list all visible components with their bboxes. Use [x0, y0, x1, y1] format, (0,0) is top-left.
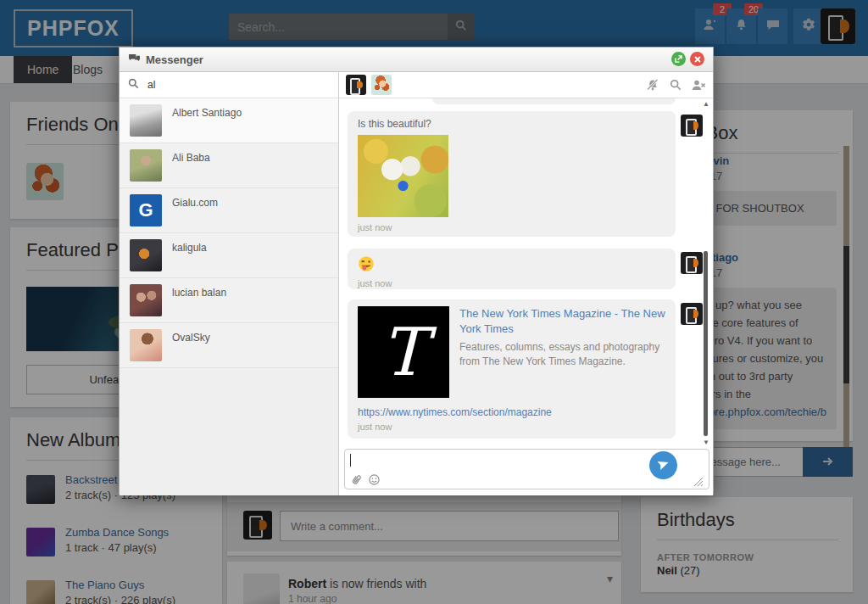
message-bubble: T The New York Times Magazine - The New … — [348, 299, 676, 439]
contact-row[interactable]: lucian balan — [120, 278, 338, 323]
contact-name: OvalSky — [172, 332, 210, 344]
messenger-body: Albert Santiago Ali Baba G Gialu.com kal… — [120, 72, 713, 495]
contact-name: Gialu.com — [172, 197, 218, 209]
scroll-down-arrow[interactable]: ▼ — [701, 439, 711, 446]
contact-avatar — [130, 239, 162, 271]
send-message-button[interactable] — [649, 451, 677, 479]
chat-participant-avatar[interactable] — [371, 75, 392, 95]
message-text: Is this beautiful? — [358, 118, 665, 130]
link-description: Features, columns, essays and photograph… — [459, 340, 665, 369]
composer-icons — [351, 473, 380, 485]
message-time: just now — [358, 222, 665, 232]
nyt-logo: T — [358, 306, 449, 398]
contact-avatar — [130, 329, 162, 361]
chat-search-icon[interactable] — [670, 79, 682, 91]
chat-scrollbar: ▲ ▼ — [701, 100, 711, 446]
chat-participant-avatar[interactable] — [346, 75, 366, 95]
link-url[interactable]: https://www.nytimes.com/section/magazine — [358, 406, 665, 418]
messenger-title: Messenger — [146, 53, 203, 66]
contact-name: kaligula — [172, 242, 207, 254]
link-title[interactable]: The New York Times Magazine - The New Yo… — [459, 306, 665, 337]
contact-row[interactable]: Ali Baba — [120, 143, 338, 188]
contacts-panel: Albert Santiago Ali Baba G Gialu.com kal… — [120, 72, 339, 495]
contact-name: Ali Baba — [172, 152, 210, 164]
chat-scrollbar-thumb[interactable] — [704, 251, 708, 436]
chat-header-icons — [646, 72, 706, 98]
messenger-header[interactable]: Messenger — [120, 48, 713, 72]
messenger-bubbles-icon — [128, 53, 141, 66]
contact-row[interactable]: G Gialu.com — [120, 188, 338, 233]
contact-row[interactable]: Albert Santiago — [120, 98, 338, 143]
remove-person-icon[interactable] — [692, 79, 706, 91]
chat-input-area — [339, 448, 713, 495]
message-time: just now — [358, 278, 665, 288]
contact-avatar — [130, 284, 162, 316]
message-time: just now — [358, 422, 665, 432]
emoji-icon[interactable] — [369, 474, 380, 485]
popout-button[interactable] — [671, 52, 686, 66]
screen: PHPFOX 2 20 Home Blogs — [0, 0, 868, 604]
message-bubble: Is this beautiful? just now — [348, 111, 676, 237]
search-icon — [128, 77, 139, 92]
contact-avatar — [130, 104, 162, 137]
resize-handle[interactable] — [694, 478, 703, 486]
contact-name: Albert Santiago — [172, 107, 242, 119]
close-button[interactable] — [690, 52, 704, 66]
paper-plane-icon — [657, 457, 670, 473]
attachment-icon[interactable] — [351, 473, 362, 485]
messenger-modal: Messenger Albert Santiago Ali Baba — [119, 47, 714, 495]
chat-panel: Is this beautiful? just now just now T — [339, 72, 713, 495]
message-photo[interactable] — [358, 135, 448, 217]
message-sender-avatar[interactable] — [681, 303, 703, 325]
contact-avatar — [130, 149, 162, 182]
contact-row[interactable]: OvalSky — [120, 323, 338, 368]
text-caret — [350, 454, 351, 467]
tongue-wink-emoji-icon — [358, 255, 375, 272]
message-sender-avatar[interactable] — [681, 252, 703, 274]
contact-search-row — [120, 72, 338, 98]
contact-row[interactable]: kaligula — [120, 233, 338, 278]
link-preview-card[interactable]: T The New York Times Magazine - The New … — [358, 306, 665, 398]
chat-messages-area: Is this beautiful? just now just now T — [339, 98, 713, 448]
chat-header — [339, 72, 713, 98]
scroll-up-arrow[interactable]: ▲ — [701, 100, 711, 108]
messenger-title-wrap: Messenger — [128, 48, 203, 71]
contact-search-input[interactable] — [146, 78, 319, 92]
contact-name: lucian balan — [172, 287, 226, 299]
mute-bell-icon[interactable] — [646, 79, 659, 91]
contact-avatar: G — [130, 194, 162, 226]
message-sender-avatar[interactable] — [681, 115, 703, 137]
message-bubble: just now — [348, 249, 676, 289]
contact-initial: G — [138, 199, 153, 221]
partial-message-bubble — [432, 98, 676, 104]
